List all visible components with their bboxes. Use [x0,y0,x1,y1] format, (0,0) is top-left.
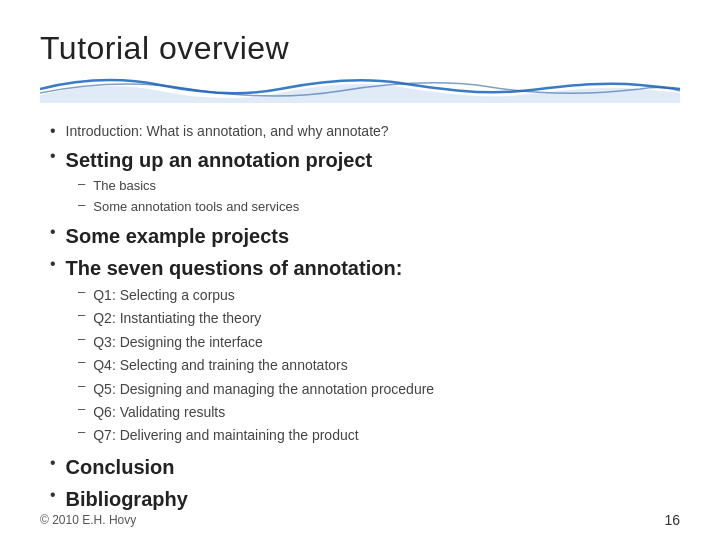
bullet-text-example: Some example projects [66,222,289,250]
bullet-text-setting-up: Setting up an annotation project [66,146,373,174]
footer-copyright: © 2010 E.H. Hovy [40,513,136,527]
dash-q7: – [78,424,85,439]
sub-text-basics: The basics [93,176,156,196]
sub-item-q6: – Q6: Validating results [78,401,680,423]
sub-items-questions: – Q1: Selecting a corpus – Q2: Instantia… [50,284,680,447]
sub-item-q3: – Q3: Designing the interface [78,331,680,353]
bullet-item-conclusion: • Conclusion [50,453,680,481]
bullet-item-bibliography: • Bibliography [50,485,680,513]
sub-item-q7: – Q7: Delivering and maintaining the pro… [78,424,680,446]
slide-footer: © 2010 E.H. Hovy 16 [40,512,680,528]
bullet-dot-1: • [50,122,56,140]
bullet-text-conclusion: Conclusion [66,453,175,481]
content-area: • Introduction: What is annotation, and … [40,121,680,513]
sub-item-q2: – Q2: Instantiating the theory [78,307,680,329]
bullet-text-bibliography: Bibliography [66,485,188,513]
bullet-text-intro: Introduction: What is annotation, and wh… [66,121,389,142]
slide-title: Tutorial overview [40,30,680,67]
sub-text-q2: Q2: Instantiating the theory [93,307,261,329]
bullet-dot-3: • [50,223,56,241]
bullet-text-seven-questions: The seven questions of annotation: [66,254,403,282]
dash-q3: – [78,331,85,346]
sub-item-q5: – Q5: Designing and managing the annotat… [78,378,680,400]
sub-item-tools: – Some annotation tools and services [78,197,680,217]
bullet-item-setting-up: • Setting up an annotation project [50,146,680,174]
sub-text-tools: Some annotation tools and services [93,197,299,217]
dash-q2: – [78,307,85,322]
sub-item-basics: – The basics [78,176,680,196]
sub-items-setting-up: – The basics – Some annotation tools and… [50,176,680,216]
dash-q6: – [78,401,85,416]
bullet-dot-5: • [50,454,56,472]
bullet-dot-6: • [50,486,56,504]
bullet-dot-4: • [50,255,56,273]
sub-text-q7: Q7: Delivering and maintaining the produ… [93,424,358,446]
sub-text-q6: Q6: Validating results [93,401,225,423]
bullet-item-seven-questions: • The seven questions of annotation: [50,254,680,282]
sub-text-q4: Q4: Selecting and training the annotator… [93,354,348,376]
wave-divider [40,75,680,103]
dash-q4: – [78,354,85,369]
sub-item-q1: – Q1: Selecting a corpus [78,284,680,306]
sub-text-q5: Q5: Designing and managing the annotatio… [93,378,434,400]
sub-text-q1: Q1: Selecting a corpus [93,284,235,306]
sub-text-q3: Q3: Designing the interface [93,331,263,353]
page-number: 16 [664,512,680,528]
dash-q5: – [78,378,85,393]
bullet-dot-2: • [50,147,56,165]
bullet-item-example: • Some example projects [50,222,680,250]
sub-item-q4: – Q4: Selecting and training the annotat… [78,354,680,376]
dash-2: – [78,197,85,212]
dash-1: – [78,176,85,191]
bullet-item-intro: • Introduction: What is annotation, and … [50,121,680,142]
slide: Tutorial overview • Introduction: What i… [0,0,720,540]
dash-q1: – [78,284,85,299]
